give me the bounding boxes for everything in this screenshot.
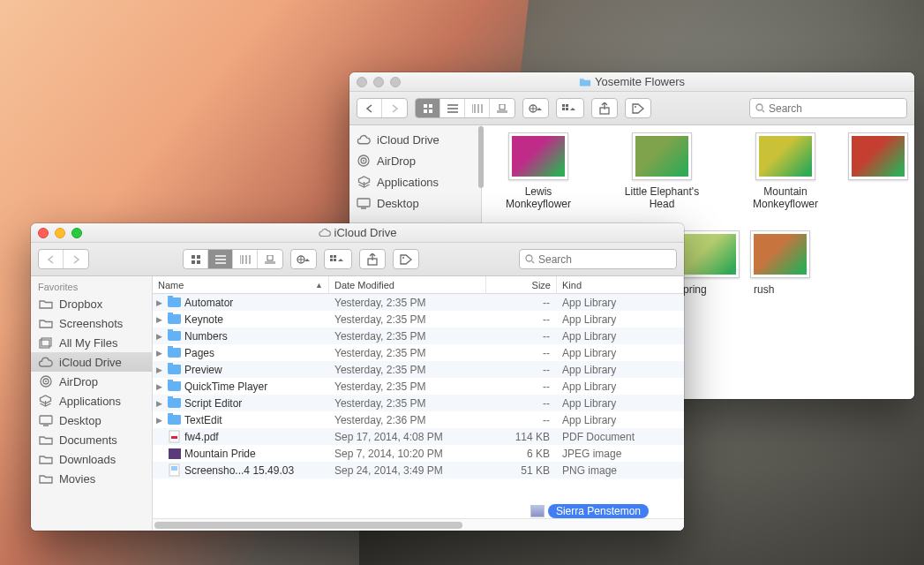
thumbnail xyxy=(848,132,908,180)
column-name[interactable]: Name▲ xyxy=(153,276,329,293)
sidebar-item-label: Desktop xyxy=(377,197,419,210)
file-row[interactable]: ▶NumbersYesterday, 2:35 PM--App Library xyxy=(153,328,684,344)
sidebar-item-label: Movies xyxy=(59,472,95,486)
file-row[interactable]: Screensho...4 15.49.03Sep 24, 2014, 3:49… xyxy=(153,462,684,478)
search-field[interactable] xyxy=(749,98,907,118)
file-row[interactable]: ▶AutomatorYesterday, 2:35 PM--App Librar… xyxy=(153,294,684,311)
file-icon xyxy=(168,329,181,343)
svg-point-28 xyxy=(402,257,404,259)
sidebar-item-dropbox[interactable]: Dropbox xyxy=(31,294,152,313)
sidebar-item-desktop[interactable]: Desktop xyxy=(349,192,481,214)
file-item[interactable] xyxy=(865,132,891,211)
coverflow-view-button[interactable] xyxy=(490,99,515,117)
back-button[interactable] xyxy=(357,99,382,117)
file-row[interactable]: ▶PagesYesterday, 2:35 PM--App Library xyxy=(153,344,684,361)
file-icon xyxy=(168,396,181,410)
file-row[interactable]: ▶PreviewYesterday, 2:35 PM--App Library xyxy=(153,361,684,378)
file-row[interactable]: ▶TextEditYesterday, 2:36 PM--App Library xyxy=(153,411,684,428)
thumbnail xyxy=(755,132,815,180)
tags-button[interactable] xyxy=(393,249,419,269)
svg-rect-21 xyxy=(267,255,273,260)
file-modified: Yesterday, 2:35 PM xyxy=(329,364,486,376)
column-view-button[interactable] xyxy=(465,99,490,117)
zoom-button[interactable] xyxy=(390,77,401,87)
file-row[interactable]: Mountain PrideSep 7, 2014, 10:20 PM6 KBJ… xyxy=(153,445,684,462)
file-row[interactable]: ▶QuickTime PlayerYesterday, 2:35 PM--App… xyxy=(153,378,684,395)
close-button[interactable] xyxy=(357,77,367,87)
disclosure-triangle[interactable]: ▶ xyxy=(156,399,164,408)
folder-icon xyxy=(38,472,53,486)
file-item[interactable]: Little Elephant's Head xyxy=(618,132,706,211)
file-row[interactable]: fw4.pdfSep 17, 2014, 4:08 PM114 KBPDF Do… xyxy=(153,428,684,445)
file-modified: Sep 17, 2014, 4:08 PM xyxy=(329,431,486,443)
sidebar-item-applications[interactable]: Applications xyxy=(31,391,152,411)
sidebar-item-label: Downloads xyxy=(59,453,116,466)
arrange-button[interactable] xyxy=(522,98,549,118)
sidebar-item-airdrop[interactable]: AirDrop xyxy=(349,150,481,171)
forward-button[interactable] xyxy=(64,250,88,268)
sidebar-item-airdrop[interactable]: AirDrop xyxy=(31,372,152,391)
sidebar-item-icloud-drive[interactable]: iCloud Drive xyxy=(31,352,152,372)
minimize-button[interactable] xyxy=(373,77,384,87)
back-button[interactable] xyxy=(39,250,64,268)
coverflow-view-button[interactable] xyxy=(258,250,282,268)
sidebar-item-downloads[interactable]: Downloads xyxy=(31,449,152,469)
column-size[interactable]: Size xyxy=(486,276,557,293)
file-kind: App Library xyxy=(557,330,684,343)
list-view-button[interactable] xyxy=(208,250,233,268)
disclosure-triangle[interactable]: ▶ xyxy=(156,298,164,307)
disclosure-triangle[interactable]: ▶ xyxy=(156,332,164,341)
file-rows: ▶AutomatorYesterday, 2:35 PM--App Librar… xyxy=(153,294,684,518)
file-icon xyxy=(168,363,181,376)
file-item[interactable]: pring xyxy=(680,230,715,309)
titlebar[interactable]: iCloud Drive xyxy=(31,223,684,243)
svg-rect-40 xyxy=(171,466,177,471)
sidebar-item-applications[interactable]: Applications xyxy=(349,171,481,192)
finder-window-icloud-drive[interactable]: iCloud Drive Favorites DropboxScreenshot… xyxy=(31,223,684,531)
sidebar-item-desktop[interactable]: Desktop xyxy=(31,411,152,430)
horizontal-scrollbar[interactable] xyxy=(153,518,684,531)
search-field[interactable] xyxy=(519,249,677,269)
zoom-button[interactable] xyxy=(71,228,82,238)
titlebar[interactable]: Yosemite Flowers xyxy=(349,72,914,92)
forward-button[interactable] xyxy=(382,99,407,117)
tags-button[interactable] xyxy=(625,98,651,118)
minimize-button[interactable] xyxy=(55,228,65,238)
column-view-button[interactable] xyxy=(233,250,258,268)
disclosure-triangle[interactable]: ▶ xyxy=(156,315,164,324)
disclosure-triangle[interactable]: ▶ xyxy=(156,349,164,358)
file-size: -- xyxy=(486,397,557,410)
group-button[interactable] xyxy=(324,249,352,269)
sidebar-item-documents[interactable]: Documents xyxy=(31,430,152,449)
arrange-button[interactable] xyxy=(290,249,317,269)
icon-view-button[interactable] xyxy=(416,99,440,117)
sidebar-item-all-my-files[interactable]: All My Files xyxy=(31,333,152,352)
sidebar-item-movies[interactable]: Movies xyxy=(31,469,152,488)
file-row[interactable]: ▶Script EditorYesterday, 2:35 PM--App Li… xyxy=(153,395,684,411)
file-item[interactable]: Lewis Monkeyflower xyxy=(494,132,582,211)
file-row[interactable]: ▶KeynoteYesterday, 2:35 PM--App Library xyxy=(153,311,684,328)
svg-rect-18 xyxy=(197,255,200,259)
svg-point-15 xyxy=(363,160,364,162)
sidebar-item-screenshots[interactable]: Screenshots xyxy=(31,313,152,333)
desktop-icon xyxy=(38,414,53,427)
file-item[interactable]: rush xyxy=(750,230,785,309)
file-kind: App Library xyxy=(557,297,684,309)
column-kind[interactable]: Kind xyxy=(557,276,684,293)
file-item[interactable]: Mountain Monkeyflower xyxy=(741,132,830,211)
disclosure-triangle[interactable]: ▶ xyxy=(156,365,164,374)
svg-rect-1 xyxy=(429,104,432,108)
list-view-button[interactable] xyxy=(440,99,465,117)
file-size: -- xyxy=(486,414,557,426)
disclosure-triangle[interactable]: ▶ xyxy=(156,382,164,391)
share-button[interactable] xyxy=(359,249,386,269)
search-input[interactable] xyxy=(538,253,671,266)
sidebar-item-icloud-drive[interactable]: iCloud Drive xyxy=(349,129,481,150)
icon-view-button[interactable] xyxy=(184,250,208,268)
disclosure-triangle[interactable]: ▶ xyxy=(156,416,164,425)
share-button[interactable] xyxy=(591,98,618,118)
close-button[interactable] xyxy=(38,228,49,238)
group-button[interactable] xyxy=(556,98,584,118)
search-input[interactable] xyxy=(769,102,901,115)
column-modified[interactable]: Date Modified xyxy=(329,276,486,293)
